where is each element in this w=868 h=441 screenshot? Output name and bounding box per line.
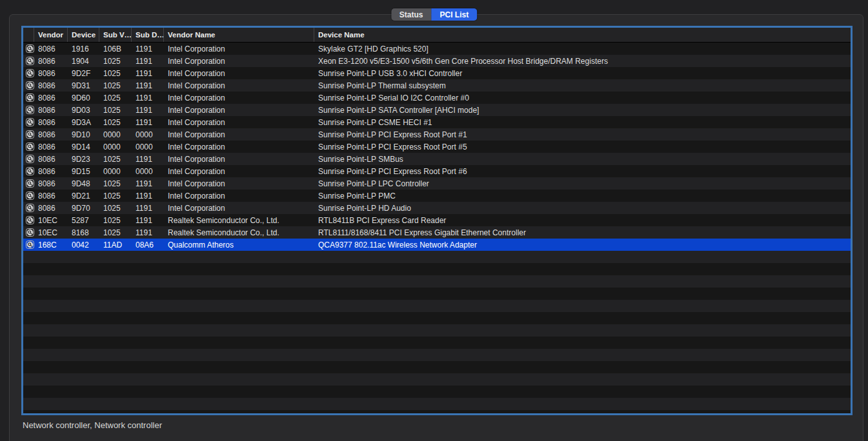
cell-vendor: 8086 [34, 44, 68, 54]
table-row[interactable]: 80869D1000000000Intel CorporationSunrise… [23, 128, 851, 141]
cell-device: 9D15 [68, 167, 99, 176]
empty-table-row[interactable] [23, 312, 851, 324]
cell-sub-vendor: 0000 [99, 142, 132, 152]
cell-vendor-name: Qualcomm Atheros [164, 240, 314, 250]
cell-sub-vendor: 1025 [99, 106, 132, 115]
row-icon-cell [23, 179, 34, 188]
cell-device-name: Sunrise Point-LP HD Audio [314, 204, 851, 213]
cell-vendor: 168C [34, 240, 68, 250]
magnifier-badge-icon [26, 228, 34, 237]
table-row[interactable]: 80869D7010251191Intel CorporationSunrise… [23, 202, 851, 214]
table-row[interactable]: 80869D4810251191Intel CorporationSunrise… [23, 177, 851, 190]
cell-vendor: 8086 [34, 204, 68, 213]
magnifier-badge-icon [26, 216, 34, 224]
cell-vendor: 8086 [34, 130, 68, 139]
empty-table-row[interactable] [23, 263, 851, 275]
cell-device-name: Sunrise Point-LP SATA Controller [AHCI m… [314, 106, 851, 115]
table-row[interactable]: 80869D0310251191Intel CorporationSunrise… [23, 104, 851, 116]
table-row[interactable]: 80861916106B1191Intel CorporationSkylake… [23, 43, 851, 55]
table-row[interactable]: 80869D3110251191Intel CorporationSunrise… [23, 79, 851, 92]
cell-vendor-name: Intel Corporation [164, 106, 314, 115]
row-icon-cell [23, 81, 34, 90]
cell-sub-device: 1191 [132, 93, 164, 103]
empty-table-row[interactable] [23, 398, 851, 410]
cell-device-name: Sunrise Point-LP PCI Express Root Port #… [314, 167, 851, 176]
table-row[interactable]: 168C004211AD08A6Qualcomm AtherosQCA9377 … [23, 239, 851, 251]
cell-device-name: QCA9377 802.11ac Wireless Network Adapte… [314, 240, 851, 250]
table-row[interactable]: 80869D6010251191Intel CorporationSunrise… [23, 92, 851, 104]
cell-device: 9D70 [68, 204, 99, 213]
header-icon-column[interactable] [23, 28, 34, 42]
table-row[interactable]: 10EC816810251191Realtek Semiconductor Co… [23, 226, 851, 239]
header-sub-vendor[interactable]: Sub V… [99, 28, 132, 42]
magnifier-badge-icon [26, 240, 34, 249]
pci-device-table[interactable]: Vendor Device Sub V… Sub D… Vendor Name … [21, 26, 853, 415]
row-icon-cell [23, 44, 34, 53]
cell-vendor-name: Intel Corporation [164, 118, 314, 127]
table-row[interactable]: 80869D2F10251191Intel CorporationSunrise… [23, 67, 851, 79]
cell-sub-vendor: 0000 [99, 130, 132, 139]
empty-table-row[interactable] [23, 410, 851, 413]
table-row[interactable]: 80869D2110251191Intel CorporationSunrise… [23, 190, 851, 202]
tab-pci-list[interactable]: PCI List [432, 8, 478, 21]
cell-sub-device: 1191 [132, 106, 164, 115]
cell-vendor-name: Intel Corporation [164, 142, 314, 152]
cell-vendor: 8086 [34, 142, 68, 152]
cell-sub-vendor: 1025 [99, 155, 132, 164]
header-sub-device[interactable]: Sub D… [132, 28, 164, 42]
empty-table-row[interactable] [23, 288, 851, 300]
magnifier-badge-icon [26, 118, 34, 126]
table-row[interactable]: 80869D3A10251191Intel CorporationSunrise… [23, 116, 851, 128]
cell-vendor: 8086 [34, 118, 68, 127]
cell-device-name: RTL8111/8168/8411 PCI Express Gigabit Et… [314, 228, 851, 237]
cell-sub-vendor: 1025 [99, 57, 132, 66]
empty-table-row[interactable] [23, 337, 851, 349]
empty-table-row[interactable] [23, 324, 851, 337]
table-row[interactable]: 80869D1500000000Intel CorporationSunrise… [23, 165, 851, 177]
cell-sub-device: 08A6 [132, 240, 164, 250]
cell-sub-device: 1191 [132, 179, 164, 188]
table-header: Vendor Device Sub V… Sub D… Vendor Name … [23, 28, 851, 43]
empty-table-row[interactable] [23, 349, 851, 361]
empty-table-row[interactable] [23, 373, 851, 386]
header-vendor[interactable]: Vendor [34, 28, 68, 42]
cell-device-name: Skylake GT2 [HD Graphics 520] [314, 44, 851, 54]
row-icon-cell [23, 204, 34, 212]
cell-sub-device: 1191 [132, 191, 164, 201]
cell-device: 0042 [68, 240, 99, 250]
magnifier-badge-icon [26, 106, 34, 114]
row-icon-cell [23, 155, 34, 163]
magnifier-badge-icon [26, 93, 34, 102]
cell-device: 1904 [68, 57, 99, 66]
cell-sub-device: 1191 [132, 204, 164, 213]
pci-table-body: 80861916106B1191Intel CorporationSkylake… [23, 43, 851, 413]
cell-sub-device: 1191 [132, 57, 164, 66]
table-row[interactable]: 80869D2310251191Intel CorporationSunrise… [23, 153, 851, 165]
cell-sub-device: 0000 [132, 167, 164, 176]
table-row[interactable]: 80869D1400000000Intel CorporationSunrise… [23, 141, 851, 153]
table-row[interactable]: 10EC528710251191Realtek Semiconductor Co… [23, 214, 851, 226]
table-row[interactable]: 8086190410251191Intel CorporationXeon E3… [23, 55, 851, 67]
cell-vendor: 10EC [34, 216, 68, 225]
empty-table-row[interactable] [23, 300, 851, 312]
tab-status[interactable]: Status [391, 8, 432, 21]
row-icon-cell [23, 191, 34, 200]
cell-sub-vendor: 106B [99, 44, 132, 54]
empty-table-row[interactable] [23, 386, 851, 398]
empty-table-row[interactable] [23, 361, 851, 373]
cell-device-name: Sunrise Point-LP Thermal subsystem [314, 81, 851, 90]
cell-sub-vendor: 11AD [99, 240, 132, 250]
header-device-name[interactable]: Device Name [314, 28, 851, 42]
cell-sub-device: 0000 [132, 142, 164, 152]
header-vendor-name[interactable]: Vendor Name [164, 28, 314, 42]
cell-sub-vendor: 1025 [99, 216, 132, 225]
empty-table-row[interactable] [23, 251, 851, 263]
row-icon-cell [23, 57, 34, 65]
cell-vendor: 8086 [34, 179, 68, 188]
cell-device: 9D03 [68, 106, 99, 115]
cell-sub-vendor: 1025 [99, 81, 132, 90]
cell-vendor: 10EC [34, 228, 68, 237]
cell-device: 5287 [68, 216, 99, 225]
header-device[interactable]: Device [68, 28, 99, 42]
empty-table-row[interactable] [23, 275, 851, 288]
